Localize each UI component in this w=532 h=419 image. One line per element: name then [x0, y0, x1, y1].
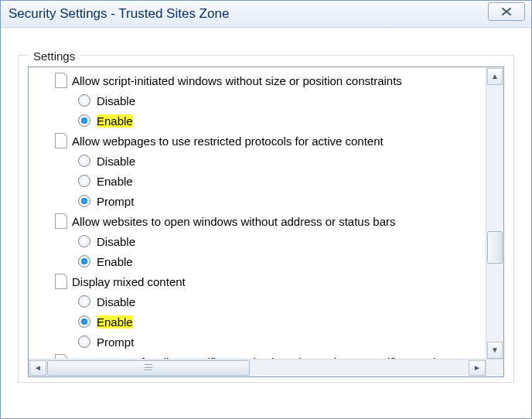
setting-group: Allow webpages to use restricted protoco… [32, 131, 486, 211]
setting-option[interactable]: Enable [32, 312, 486, 332]
setting-group-title: Allow script-initiated windows without s… [72, 74, 402, 87]
radio-button[interactable] [78, 114, 90, 127]
chevron-right-icon: ► [473, 364, 481, 372]
vertical-scroll-track[interactable] [487, 84, 503, 342]
grip-icon [145, 364, 152, 370]
horizontal-scroll-track[interactable] [47, 360, 468, 376]
settings-tree-pane: Allow script-initiated windows without s… [28, 66, 504, 377]
setting-option[interactable]: Enable [32, 111, 486, 131]
setting-group-header[interactable]: Allow websites to open windows without a… [32, 211, 486, 231]
setting-group: Allow websites to open windows without a… [32, 211, 486, 271]
dialog-body: Settings Allow script-initiated windows … [1, 28, 531, 400]
scroll-up-button[interactable]: ▲ [487, 68, 503, 85]
radio-button[interactable] [78, 255, 90, 267]
page-icon [55, 133, 67, 148]
titlebar: Security Settings - Trusted Sites Zone [1, 1, 531, 28]
radio-button[interactable] [78, 295, 90, 308]
radio-button[interactable] [78, 94, 90, 107]
close-button[interactable] [488, 2, 525, 21]
setting-option-label: Disable [97, 295, 135, 308]
page-icon [55, 73, 67, 88]
setting-option[interactable]: Disable [32, 291, 486, 312]
scrollbar-corner [486, 359, 503, 376]
settings-fieldset-label: Settings [29, 49, 80, 63]
page-icon [55, 274, 67, 289]
setting-option[interactable]: Disable [32, 151, 486, 171]
settings-tree[interactable]: Allow script-initiated windows without s… [29, 67, 486, 359]
radio-button[interactable] [78, 155, 90, 167]
setting-group-title: Allow websites to open windows without a… [72, 215, 396, 228]
chevron-left-icon: ◄ [34, 364, 42, 372]
setting-option-label: Prompt [97, 336, 134, 349]
setting-option[interactable]: Disable [32, 231, 486, 251]
setting-option-label: Disable [97, 155, 135, 168]
setting-group: Allow script-initiated windows without s… [32, 70, 486, 131]
close-icon [501, 7, 512, 16]
setting-option[interactable]: Prompt [32, 332, 486, 352]
scroll-right-button[interactable]: ► [469, 360, 486, 376]
radio-button[interactable] [78, 235, 90, 247]
radio-button[interactable] [78, 336, 90, 348]
setting-option-label: Disable [97, 94, 135, 107]
horizontal-scroll-thumb[interactable] [47, 360, 250, 376]
setting-option[interactable]: Enable [32, 171, 486, 191]
vertical-scroll-thumb[interactable] [487, 231, 503, 264]
setting-group-header[interactable]: Allow webpages to use restricted protoco… [32, 131, 486, 151]
dialog-window: Security Settings - Trusted Sites Zone S… [0, 0, 532, 419]
setting-group-header[interactable]: Display mixed content [32, 271, 486, 291]
setting-group-title: Allow webpages to use restricted protoco… [72, 135, 384, 148]
radio-button[interactable] [78, 195, 90, 207]
setting-option-label: Enable [97, 315, 133, 329]
vertical-scrollbar[interactable]: ▲ ▼ [486, 67, 503, 359]
horizontal-scrollbar[interactable]: ◄ ► [29, 359, 486, 376]
chevron-up-icon: ▲ [491, 73, 499, 80]
setting-group: Display mixed contentDisableEnablePrompt [32, 271, 486, 352]
radio-button[interactable] [78, 175, 90, 187]
setting-option-label: Prompt [97, 195, 134, 208]
scroll-down-button[interactable]: ▼ [487, 342, 503, 359]
setting-option-label: Enable [97, 255, 133, 268]
chevron-down-icon: ▼ [491, 346, 499, 354]
radio-button[interactable] [78, 315, 90, 328]
setting-option-label: Enable [97, 114, 133, 128]
setting-option[interactable]: Disable [32, 90, 486, 111]
scroll-left-button[interactable]: ◄ [29, 360, 46, 376]
setting-option[interactable]: Enable [32, 251, 486, 271]
setting-group-header[interactable]: Allow script-initiated windows without s… [32, 70, 486, 90]
setting-option-label: Enable [97, 175, 133, 188]
setting-group-title: Display mixed content [72, 275, 186, 288]
window-title: Security Settings - Trusted Sites Zone [9, 6, 229, 22]
settings-fieldset: Allow script-initiated windows without s… [18, 55, 514, 383]
page-icon [55, 213, 67, 229]
setting-option-label: Disable [97, 235, 135, 248]
setting-option[interactable]: Prompt [32, 191, 486, 211]
